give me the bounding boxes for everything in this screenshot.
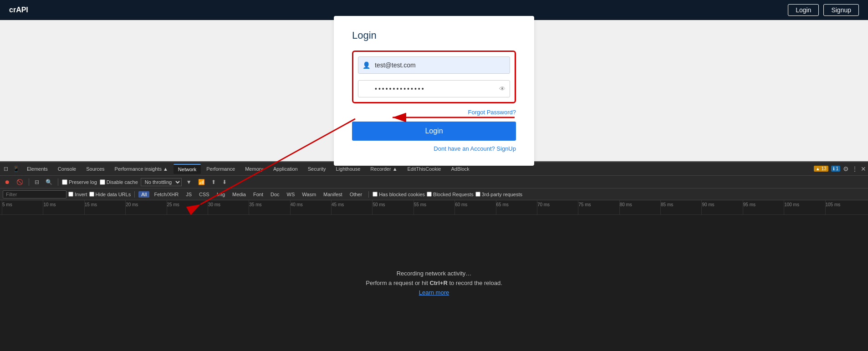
preserve-log-checkbox[interactable] [62, 179, 67, 185]
password-input-group: 👁 [358, 80, 510, 97]
tab-adblock[interactable]: AdBlock [447, 164, 474, 173]
devtools-body: Recording network activity… Perform a re… [0, 215, 868, 351]
devtools-pointer-icon[interactable]: ⊡ [2, 166, 10, 172]
tab-application[interactable]: Application [269, 164, 302, 173]
tick-105ms: 105 ms [825, 200, 866, 214]
perform-text: Perform a request or hit Ctrl+R to recor… [366, 280, 502, 286]
has-blocked-label[interactable]: Has blocked cookies [373, 192, 425, 197]
throttle-down-icon[interactable]: ▼ [184, 178, 194, 186]
devtools-tab-icons: ▲ 13 ℹ 1 ⚙ ⋮ ✕ [814, 165, 866, 173]
login-card: Login 👤 👁 Forgot Password? Login D [334, 16, 534, 166]
tick-75ms: 75 ms [578, 200, 619, 214]
main-content: Login 👤 👁 Forgot Password? Login D [0, 20, 868, 161]
recording-text: Recording network activity… [397, 270, 472, 277]
filter-icon[interactable]: ⊟ [33, 178, 41, 186]
learn-more-link[interactable]: Learn more [419, 289, 449, 296]
forgot-password-link[interactable]: Forgot Password? [468, 109, 516, 116]
filter-ws[interactable]: WS [284, 191, 298, 198]
filter-other[interactable]: Other [347, 191, 365, 198]
filter-media[interactable]: Media [230, 191, 249, 198]
tick-65ms: 65 ms [496, 200, 537, 214]
perform-label-2: to record the reload. [449, 280, 502, 286]
blocked-requests-text: Blocked Requests [433, 192, 474, 197]
third-party-label[interactable]: 3rd-party requests [475, 192, 522, 197]
throttle-select[interactable]: No throttling [141, 178, 182, 186]
tick-70ms: 70 ms [537, 200, 578, 214]
tick-15ms: 15 ms [84, 200, 125, 214]
filter-bar: Invert Hide data URLs All Fetch/XHR JS C… [0, 188, 868, 200]
signup-nav-button[interactable]: Signup [823, 4, 859, 16]
navbar-buttons: Login Signup [788, 4, 859, 16]
preserve-log-label[interactable]: Preserve log [62, 179, 97, 185]
invert-checkbox[interactable] [68, 192, 73, 197]
clear-icon[interactable]: 🚫 [15, 178, 25, 186]
ctrl-r-label: Ctrl+R [429, 280, 447, 286]
disable-cache-label[interactable]: Disable cache [100, 179, 138, 185]
close-devtools-icon[interactable]: ✕ [861, 165, 866, 173]
hide-data-urls-checkbox[interactable] [89, 192, 94, 197]
network-conditions-icon[interactable]: 📶 [196, 178, 207, 186]
disable-cache-checkbox[interactable] [100, 179, 105, 185]
tab-editthiscookie[interactable]: EditThisCookie [403, 164, 446, 173]
tick-45ms: 45 ms [331, 200, 372, 214]
tab-recorder[interactable]: Recorder ▲ [366, 164, 402, 173]
eye-icon[interactable]: 👁 [499, 85, 505, 92]
import-icon[interactable]: ⬆ [209, 178, 218, 186]
blocked-requests-label[interactable]: Blocked Requests [427, 192, 474, 197]
brand: crAPI [9, 6, 28, 14]
filter-fetch-xhr[interactable]: Fetch/XHR [151, 191, 181, 198]
page-wrapper: crAPI Login Signup Login 👤 👁 [0, 0, 868, 351]
filter-js[interactable]: JS [183, 191, 194, 198]
hide-data-urls-label[interactable]: Hide data URLs [89, 192, 131, 197]
login-button[interactable]: Login [352, 122, 516, 141]
tick-90ms: 90 ms [701, 200, 742, 214]
has-blocked-checkbox[interactable] [373, 192, 378, 197]
timeline-bar: 5 ms 10 ms 15 ms 20 ms 25 ms 30 ms 35 ms… [0, 200, 868, 215]
warning-badge: ▲ 13 [814, 166, 828, 172]
tick-35ms: 35 ms [249, 200, 290, 214]
tab-sources[interactable]: Sources [82, 164, 109, 173]
tab-performance-insights[interactable]: Performance insights ▲ [110, 164, 173, 173]
inputs-red-border: 👤 👁 [352, 51, 516, 103]
tab-memory[interactable]: Memory [240, 164, 268, 173]
kebab-icon[interactable]: ⋮ [852, 165, 858, 173]
filter-all[interactable]: All [138, 191, 149, 198]
toolbar-sep-2 [58, 178, 58, 186]
filter-wasm[interactable]: Wasm [299, 191, 319, 198]
tick-30ms: 30 ms [208, 200, 249, 214]
tick-100ms: 100 ms [784, 200, 825, 214]
login-nav-button[interactable]: Login [788, 4, 819, 16]
third-party-checkbox[interactable] [475, 192, 480, 197]
filter-input[interactable] [3, 190, 66, 198]
filter-manifest[interactable]: Manifest [321, 191, 345, 198]
blocked-requests-checkbox[interactable] [427, 192, 432, 197]
email-input[interactable] [358, 56, 510, 74]
filter-sep-1 [134, 191, 135, 198]
settings-icon[interactable]: ⚙ [843, 165, 849, 173]
signup-link[interactable]: Dont have an Account? SignUp [434, 145, 516, 152]
export-icon[interactable]: ⬇ [220, 178, 229, 186]
tab-security[interactable]: Security [303, 164, 331, 173]
record-icon[interactable]: ⏺ [3, 178, 12, 186]
login-title: Login [352, 30, 516, 41]
preserve-log-text: Preserve log [69, 179, 97, 185]
disable-cache-text: Disable cache [107, 179, 138, 185]
tab-performance[interactable]: Performance [202, 164, 240, 173]
invert-checkbox-label[interactable]: Invert [68, 192, 87, 197]
tab-elements[interactable]: Elements [22, 164, 52, 173]
tick-10ms: 10 ms [43, 200, 84, 214]
has-blocked-text: Has blocked cookies [379, 192, 425, 197]
password-input[interactable] [358, 80, 510, 97]
info-badge: ℹ 1 [831, 166, 840, 172]
filter-font[interactable]: Font [250, 191, 266, 198]
tab-network[interactable]: Network [174, 164, 201, 174]
hide-data-urls-text: Hide data URLs [96, 192, 131, 197]
filter-img[interactable]: Img [214, 191, 228, 198]
filter-doc[interactable]: Doc [268, 191, 282, 198]
search-icon[interactable]: 🔍 [44, 178, 54, 186]
invert-label: Invert [75, 192, 87, 197]
devtools-mobile-icon[interactable]: 📱 [11, 166, 21, 172]
filter-css[interactable]: CSS [196, 191, 212, 198]
tab-lighthouse[interactable]: Lighthouse [332, 164, 365, 173]
tab-console[interactable]: Console [53, 164, 81, 173]
